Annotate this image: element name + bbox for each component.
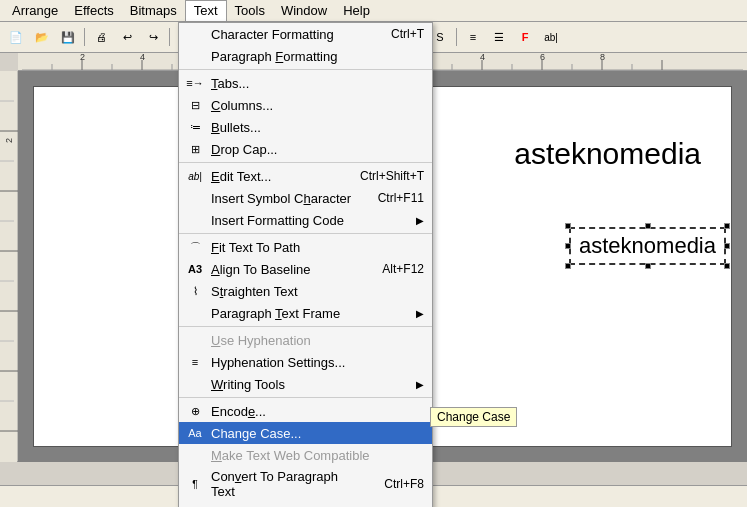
- encode-icon: ⊕: [185, 401, 205, 421]
- menu-straighten[interactable]: ⌇ Straighten Text: [179, 280, 432, 302]
- align-baseline-label: Align To Baseline: [211, 262, 311, 277]
- menu-char-format[interactable]: Character Formatting Ctrl+T: [179, 23, 432, 45]
- hyphenation-settings-label: Hyphenation Settings...: [211, 355, 345, 370]
- align-baseline-icon: A3: [185, 259, 205, 279]
- para-format-label: Paragraph Formatting: [211, 49, 337, 64]
- use-hyphenation-label: Use Hyphenation: [211, 333, 311, 348]
- menu-make-web: Make Text Web Compatible: [179, 444, 432, 466]
- change-case-icon: Aa: [185, 423, 205, 443]
- menu-sep-2: [179, 162, 432, 163]
- insert-format-label: Insert Formatting Code: [211, 213, 344, 228]
- menu-sep-5: [179, 397, 432, 398]
- menu-insert-format[interactable]: Insert Formatting Code ▶: [179, 209, 432, 231]
- svg-text:4: 4: [480, 53, 485, 62]
- drop-cap-icon: ⊞: [185, 139, 205, 159]
- tabs-icon: ≡→: [185, 73, 205, 93]
- insert-symbol-shortcut: Ctrl+F11: [358, 191, 424, 205]
- writing-tools-label: Writing Tools: [211, 377, 285, 392]
- change-case-label: Change Case...: [211, 426, 301, 441]
- menu-writing-tools[interactable]: Writing Tools ▶: [179, 373, 432, 395]
- menu-sep-3: [179, 233, 432, 234]
- toolbar-print-btn[interactable]: 🖨: [89, 26, 113, 48]
- toolbar-undo-btn[interactable]: ↩: [115, 26, 139, 48]
- convert-para-shortcut: Ctrl+F8: [364, 477, 424, 491]
- left-ruler-svg: 2: [0, 71, 18, 461]
- char-format-shortcut: Ctrl+T: [371, 27, 424, 41]
- svg-text:2: 2: [4, 138, 14, 143]
- straighten-label: Straighten Text: [211, 284, 298, 299]
- handle-tm: [645, 223, 651, 229]
- handle-ml: [565, 243, 571, 249]
- menu-change-case[interactable]: Aa Change Case...: [179, 422, 432, 444]
- menu-columns[interactable]: ⊟ Columns...: [179, 94, 432, 116]
- convert-para-icon: ¶: [185, 474, 205, 494]
- canvas-text-selected-container: asteknomedia: [569, 227, 726, 265]
- menubar-effects[interactable]: Effects: [66, 1, 122, 20]
- toolbar-new-btn[interactable]: 📄: [4, 26, 28, 48]
- handle-bl: [565, 263, 571, 269]
- fit-text-label: Fit Text To Path: [211, 240, 300, 255]
- menu-para-text-frame[interactable]: Paragraph Text Frame ▶: [179, 302, 432, 324]
- menubar-tools[interactable]: Tools: [227, 1, 273, 20]
- canvas-text-selected: asteknomedia: [569, 227, 726, 265]
- menu-sep-1: [179, 69, 432, 70]
- handle-mr: [724, 243, 730, 249]
- para-text-frame-arrow: ▶: [416, 308, 424, 319]
- menu-hyphenation-settings[interactable]: ≡ Hyphenation Settings...: [179, 351, 432, 373]
- menu-tabs[interactable]: ≡→ Tabs...: [179, 72, 432, 94]
- text-stats-icon: abc: [185, 503, 205, 507]
- svg-text:6: 6: [540, 53, 545, 62]
- svg-text:8: 8: [600, 53, 605, 62]
- menu-bullets[interactable]: ≔ Bullets...: [179, 116, 432, 138]
- toolbar-align-left-btn[interactable]: ≡: [461, 26, 485, 48]
- menubar: Arrange Effects Bitmaps Text Tools Windo…: [0, 0, 747, 22]
- change-case-tooltip: Change Case: [430, 407, 517, 427]
- handle-bm: [645, 263, 651, 269]
- edit-text-shortcut: Ctrl+Shift+T: [340, 169, 424, 183]
- toolbar-open-btn[interactable]: 📂: [30, 26, 54, 48]
- menubar-window[interactable]: Window: [273, 1, 335, 20]
- para-text-frame-label: Paragraph Text Frame: [211, 306, 340, 321]
- menubar-text[interactable]: Text: [185, 0, 227, 21]
- menu-drop-cap[interactable]: ⊞ Drop Cap...: [179, 138, 432, 160]
- menu-fit-text[interactable]: ⌒ Fit Text To Path: [179, 236, 432, 258]
- menu-encode[interactable]: ⊕ Encode...: [179, 400, 432, 422]
- menu-convert-para[interactable]: ¶ Convert To Paragraph Text Ctrl+F8: [179, 466, 432, 502]
- convert-para-label: Convert To Paragraph Text: [211, 469, 364, 499]
- toolbar-save-btn[interactable]: 💾: [56, 26, 80, 48]
- edit-text-label: Edit Text...: [211, 169, 271, 184]
- menu-sep-4: [179, 326, 432, 327]
- insert-symbol-label: Insert Symbol Character: [211, 191, 351, 206]
- tabs-label: Tabs...: [211, 76, 249, 91]
- toolbar-sep-2: [169, 28, 170, 46]
- fit-text-icon: ⌒: [185, 237, 205, 257]
- menu-para-format[interactable]: Paragraph Formatting: [179, 45, 432, 67]
- menubar-arrange[interactable]: Arrange: [4, 1, 66, 20]
- menu-insert-symbol[interactable]: Insert Symbol Character Ctrl+F11: [179, 187, 432, 209]
- columns-icon: ⊟: [185, 95, 205, 115]
- svg-rect-28: [0, 71, 18, 461]
- make-web-label: Make Text Web Compatible: [211, 448, 370, 463]
- handle-tl: [565, 223, 571, 229]
- menu-align-baseline[interactable]: A3 Align To Baseline Alt+F12: [179, 258, 432, 280]
- toolbar-align-center-btn[interactable]: ☰: [487, 26, 511, 48]
- ruler-left: 2: [0, 71, 18, 462]
- edit-text-icon: ab|: [185, 166, 205, 186]
- menu-edit-text[interactable]: ab| Edit Text... Ctrl+Shift+T: [179, 165, 432, 187]
- align-baseline-shortcut: Alt+F12: [362, 262, 424, 276]
- menu-use-hyphenation: Use Hyphenation: [179, 329, 432, 351]
- toolbar-redo-btn[interactable]: ↪: [141, 26, 165, 48]
- toolbar-font-color-btn[interactable]: F: [513, 26, 537, 48]
- hyphenation-settings-icon: ≡: [185, 352, 205, 372]
- svg-text:4: 4: [140, 53, 145, 62]
- menubar-bitmaps[interactable]: Bitmaps: [122, 1, 185, 20]
- menu-text-stats[interactable]: abc Text Statistics...: [179, 502, 432, 507]
- svg-text:2: 2: [80, 53, 85, 62]
- drop-cap-label: Drop Cap...: [211, 142, 277, 157]
- encode-label: Encode...: [211, 404, 266, 419]
- writing-tools-arrow: ▶: [416, 379, 424, 390]
- menubar-help[interactable]: Help: [335, 1, 378, 20]
- toolbar-sep-1: [84, 28, 85, 46]
- toolbar-abc-btn[interactable]: ab|: [539, 26, 563, 48]
- handle-tr: [724, 223, 730, 229]
